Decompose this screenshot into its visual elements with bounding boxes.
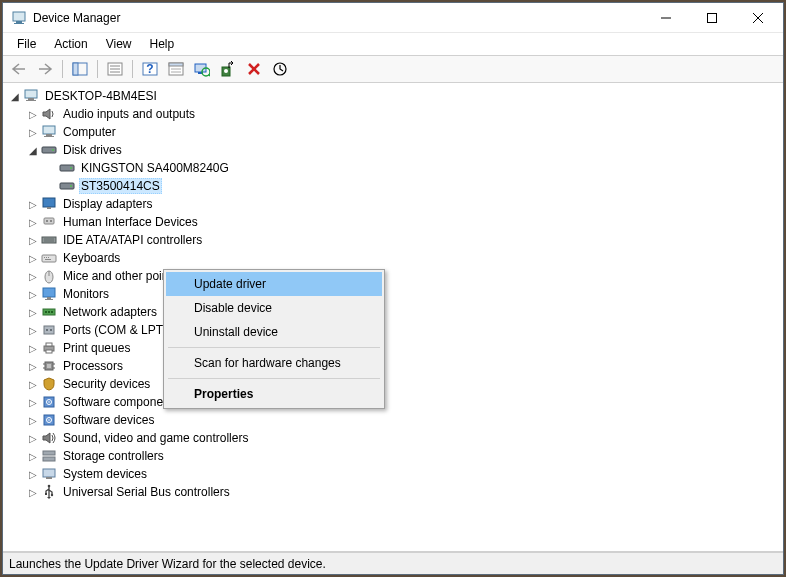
expand-icon[interactable]: ▷ (25, 484, 41, 500)
device-icon (23, 88, 39, 104)
ctx-separator (168, 378, 380, 379)
tree-category[interactable]: ▷Human Interface Devices (3, 213, 783, 231)
tree-category[interactable]: ▷Software devices (3, 411, 783, 429)
tree-label: Ports (COM & LPT) (61, 323, 169, 337)
tree-label: IDE ATA/ATAPI controllers (61, 233, 204, 247)
tree-category[interactable]: ▷Ports (COM & LPT) (3, 321, 783, 339)
svg-rect-33 (44, 136, 54, 137)
maximize-button[interactable] (689, 3, 735, 33)
device-icon (41, 484, 57, 500)
expand-icon[interactable]: ▷ (25, 124, 41, 140)
tree-category[interactable]: ▷Monitors (3, 285, 783, 303)
svg-point-24 (224, 69, 228, 73)
collapse-icon[interactable]: ◢ (25, 142, 41, 158)
tree-category[interactable]: ▷Software components (3, 393, 783, 411)
tree-category[interactable]: ▷Computer (3, 123, 783, 141)
tree-category[interactable]: ▷Security devices (3, 375, 783, 393)
toolbar-separator (97, 60, 98, 78)
toolbar-separator (62, 60, 63, 78)
tree-category[interactable]: ▷Universal Serial Bus controllers (3, 483, 783, 501)
expand-icon[interactable]: ▷ (25, 286, 41, 302)
tree-device[interactable]: ST3500414CS (3, 177, 783, 195)
show-hide-button[interactable] (68, 58, 92, 80)
window-title: Device Manager (33, 11, 643, 25)
menu-view[interactable]: View (98, 35, 140, 53)
collapse-icon[interactable]: ◢ (7, 88, 23, 104)
expand-icon[interactable]: ▷ (25, 214, 41, 230)
minimize-button[interactable] (643, 3, 689, 33)
tree-category[interactable]: ▷Network adapters (3, 303, 783, 321)
device-icon (41, 214, 57, 230)
ctx-uninstall-device[interactable]: Uninstall device (166, 320, 382, 344)
properties-sheet-button[interactable] (164, 58, 188, 80)
menu-action[interactable]: Action (46, 35, 95, 53)
update-driver-button[interactable] (216, 58, 240, 80)
expand-icon[interactable]: ▷ (25, 250, 41, 266)
expander-none (43, 160, 59, 176)
svg-rect-40 (43, 198, 55, 207)
close-button[interactable] (735, 3, 781, 33)
tree-category[interactable]: ◢Disk drives (3, 141, 783, 159)
device-icon (41, 448, 57, 464)
disable-button[interactable] (268, 58, 292, 80)
svg-rect-41 (47, 207, 51, 209)
expand-icon[interactable]: ▷ (25, 232, 41, 248)
expand-icon[interactable]: ▷ (25, 304, 41, 320)
tree-label: Processors (61, 359, 125, 373)
tree-category[interactable]: ▷Keyboards (3, 249, 783, 267)
svg-rect-52 (45, 259, 51, 260)
svg-rect-50 (46, 257, 47, 258)
expand-icon[interactable]: ▷ (25, 376, 41, 392)
back-button (7, 58, 31, 80)
tree-category[interactable]: ▷Sound, video and game controllers (3, 429, 783, 447)
expand-icon[interactable]: ▷ (25, 358, 41, 374)
tree-view[interactable]: ◢DESKTOP-4BM4ESI▷Audio inputs and output… (3, 83, 783, 552)
toolbar-separator (132, 60, 133, 78)
expand-icon[interactable]: ▷ (25, 412, 41, 428)
tree-category[interactable]: ▷Display adapters (3, 195, 783, 213)
ctx-properties[interactable]: Properties (166, 382, 382, 406)
ctx-disable-device[interactable]: Disable device (166, 296, 382, 320)
device-icon (41, 286, 57, 302)
svg-rect-85 (45, 493, 47, 495)
svg-rect-81 (43, 457, 55, 461)
ctx-scan-hardware[interactable]: Scan for hardware changes (166, 351, 382, 375)
tree-label: Disk drives (61, 143, 124, 157)
tree-category[interactable]: ▷Audio inputs and outputs (3, 105, 783, 123)
tree-label: Computer (61, 125, 118, 139)
properties-button[interactable] (103, 58, 127, 80)
svg-rect-67 (46, 350, 52, 353)
svg-rect-48 (42, 255, 56, 262)
ctx-update-driver[interactable]: Update driver (166, 272, 382, 296)
tree-label: Software devices (61, 413, 156, 427)
menu-help[interactable]: Help (142, 35, 183, 53)
uninstall-button[interactable] (242, 58, 266, 80)
tree-category[interactable]: ▷Processors (3, 357, 783, 375)
expand-icon[interactable]: ▷ (25, 466, 41, 482)
forward-button (33, 58, 57, 80)
tree-category[interactable]: ▷Storage controllers (3, 447, 783, 465)
tree-root-node[interactable]: ◢DESKTOP-4BM4ESI (3, 87, 783, 105)
expand-icon[interactable]: ▷ (25, 448, 41, 464)
expand-icon[interactable]: ▷ (25, 430, 41, 446)
help-button[interactable]: ? (138, 58, 162, 80)
tree-category[interactable]: ▷System devices (3, 465, 783, 483)
tree-label: Audio inputs and outputs (61, 107, 197, 121)
svg-rect-45 (42, 237, 56, 243)
device-icon (41, 376, 57, 392)
expand-icon[interactable]: ▷ (25, 394, 41, 410)
expand-icon[interactable]: ▷ (25, 196, 41, 212)
tree-category[interactable]: ▷Mice and other pointing devices (3, 267, 783, 285)
tree-category[interactable]: ▷IDE ATA/ATAPI controllers (3, 231, 783, 249)
svg-rect-31 (43, 126, 55, 134)
expand-icon[interactable]: ▷ (25, 340, 41, 356)
svg-line-22 (209, 75, 211, 77)
expand-icon[interactable]: ▷ (25, 106, 41, 122)
menu-file[interactable]: File (9, 35, 44, 53)
tree-device[interactable]: KINGSTON SA400M8240G (3, 159, 783, 177)
expand-icon[interactable]: ▷ (25, 322, 41, 338)
expand-icon[interactable]: ▷ (25, 268, 41, 284)
tree-label: Monitors (61, 287, 111, 301)
scan-hardware-button[interactable] (190, 58, 214, 80)
tree-category[interactable]: ▷Print queues (3, 339, 783, 357)
